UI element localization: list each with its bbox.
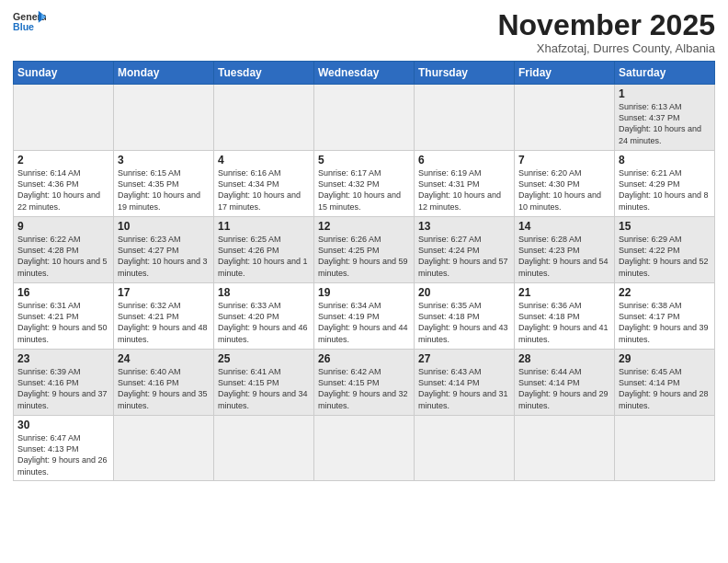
table-row: 3Sunrise: 6:15 AM Sunset: 4:35 PM Daylig… [114,151,214,217]
day-number: 13 [418,220,510,233]
day-number: 6 [418,154,510,167]
table-row: 7Sunrise: 6:20 AM Sunset: 4:30 PM Daylig… [515,151,615,217]
day-info: Sunrise: 6:16 AM Sunset: 4:34 PM Dayligh… [218,167,310,213]
day-number: 29 [619,352,711,365]
day-info: Sunrise: 6:44 AM Sunset: 4:14 PM Dayligh… [518,366,610,411]
table-row: 14Sunrise: 6:28 AM Sunset: 4:23 PM Dayli… [515,217,615,283]
day-number: 5 [318,154,410,167]
table-row: 26Sunrise: 6:42 AM Sunset: 4:15 PM Dayli… [314,350,415,416]
title-block: November 2025 Xhafzotaj, Durres County, … [497,9,715,55]
calendar-row-0: 1Sunrise: 6:13 AM Sunset: 4:37 PM Daylig… [14,85,715,151]
col-wednesday: Wednesday [314,62,415,85]
day-number: 9 [17,220,109,233]
day-info: Sunrise: 6:43 AM Sunset: 4:14 PM Dayligh… [418,366,510,411]
table-row: 23Sunrise: 6:39 AM Sunset: 4:16 PM Dayli… [14,350,114,416]
header-row: Sunday Monday Tuesday Wednesday Thursday… [14,62,715,85]
day-info: Sunrise: 6:17 AM Sunset: 4:32 PM Dayligh… [318,167,410,213]
table-row: 28Sunrise: 6:44 AM Sunset: 4:14 PM Dayli… [515,350,615,416]
day-number: 10 [118,220,210,233]
day-number: 15 [619,220,711,233]
table-row: 5Sunrise: 6:17 AM Sunset: 4:32 PM Daylig… [314,151,415,217]
table-row: 2Sunrise: 6:14 AM Sunset: 4:36 PM Daylig… [14,151,114,217]
table-row [114,85,214,151]
day-number: 17 [118,286,210,299]
day-info: Sunrise: 6:41 AM Sunset: 4:15 PM Dayligh… [218,366,310,411]
day-number: 11 [218,220,310,233]
day-number: 26 [318,352,410,365]
table-row [515,85,615,151]
table-row [114,416,214,481]
day-number: 18 [218,286,310,299]
day-info: Sunrise: 6:32 AM Sunset: 4:21 PM Dayligh… [118,300,210,345]
day-info: Sunrise: 6:35 AM Sunset: 4:18 PM Dayligh… [418,300,510,345]
month-title: November 2025 [497,9,715,41]
table-row: 24Sunrise: 6:40 AM Sunset: 4:16 PM Dayli… [114,350,214,416]
table-row [314,85,415,151]
calendar-row-5: 30Sunrise: 6:47 AM Sunset: 4:13 PM Dayli… [14,416,715,481]
day-number: 8 [619,154,711,167]
table-row: 16Sunrise: 6:31 AM Sunset: 4:21 PM Dayli… [14,283,114,350]
day-number: 28 [518,352,610,365]
day-info: Sunrise: 6:34 AM Sunset: 4:19 PM Dayligh… [318,300,410,345]
day-info: Sunrise: 6:20 AM Sunset: 4:30 PM Dayligh… [518,167,610,213]
table-row [314,416,415,481]
table-row [214,85,314,151]
col-sunday: Sunday [14,62,114,85]
calendar-row-2: 9Sunrise: 6:22 AM Sunset: 4:28 PM Daylig… [14,217,715,283]
col-monday: Monday [114,62,214,85]
table-row: 11Sunrise: 6:25 AM Sunset: 4:26 PM Dayli… [214,217,314,283]
header: General Blue November 2025 Xhafzotaj, Du… [13,9,715,55]
day-info: Sunrise: 6:45 AM Sunset: 4:14 PM Dayligh… [619,366,711,411]
day-number: 7 [518,154,610,167]
table-row: 9Sunrise: 6:22 AM Sunset: 4:28 PM Daylig… [14,217,114,283]
generalblue-logo-icon: General Blue [13,9,46,35]
page: General Blue November 2025 Xhafzotaj, Du… [0,0,728,563]
table-row: 13Sunrise: 6:27 AM Sunset: 4:24 PM Dayli… [415,217,515,283]
day-info: Sunrise: 6:38 AM Sunset: 4:17 PM Dayligh… [619,300,711,345]
day-number: 19 [318,286,410,299]
day-number: 21 [518,286,610,299]
day-info: Sunrise: 6:42 AM Sunset: 4:15 PM Dayligh… [318,366,410,411]
day-info: Sunrise: 6:14 AM Sunset: 4:36 PM Dayligh… [17,167,109,213]
day-number: 16 [17,286,109,299]
calendar-row-4: 23Sunrise: 6:39 AM Sunset: 4:16 PM Dayli… [14,350,715,416]
day-number: 25 [218,352,310,365]
day-number: 12 [318,220,410,233]
day-info: Sunrise: 6:21 AM Sunset: 4:29 PM Dayligh… [619,167,711,213]
day-number: 14 [518,220,610,233]
day-info: Sunrise: 6:33 AM Sunset: 4:20 PM Dayligh… [218,300,310,345]
day-number: 1 [619,87,711,100]
table-row [615,416,715,481]
table-row: 30Sunrise: 6:47 AM Sunset: 4:13 PM Dayli… [14,416,114,481]
day-info: Sunrise: 6:22 AM Sunset: 4:28 PM Dayligh… [17,234,109,279]
day-info: Sunrise: 6:28 AM Sunset: 4:23 PM Dayligh… [518,234,610,279]
col-tuesday: Tuesday [214,62,314,85]
day-number: 23 [17,352,109,365]
table-row: 19Sunrise: 6:34 AM Sunset: 4:19 PM Dayli… [314,283,415,350]
table-row: 22Sunrise: 6:38 AM Sunset: 4:17 PM Dayli… [615,283,715,350]
table-row: 6Sunrise: 6:19 AM Sunset: 4:31 PM Daylig… [415,151,515,217]
table-row: 17Sunrise: 6:32 AM Sunset: 4:21 PM Dayli… [114,283,214,350]
col-saturday: Saturday [615,62,715,85]
calendar-row-3: 16Sunrise: 6:31 AM Sunset: 4:21 PM Dayli… [14,283,715,350]
day-info: Sunrise: 6:27 AM Sunset: 4:24 PM Dayligh… [418,234,510,279]
table-row: 1Sunrise: 6:13 AM Sunset: 4:37 PM Daylig… [615,85,715,151]
table-row [14,85,114,151]
day-info: Sunrise: 6:40 AM Sunset: 4:16 PM Dayligh… [118,366,210,411]
day-info: Sunrise: 6:39 AM Sunset: 4:16 PM Dayligh… [17,366,109,411]
col-thursday: Thursday [415,62,515,85]
table-row: 15Sunrise: 6:29 AM Sunset: 4:22 PM Dayli… [615,217,715,283]
calendar-row-1: 2Sunrise: 6:14 AM Sunset: 4:36 PM Daylig… [14,151,715,217]
table-row: 27Sunrise: 6:43 AM Sunset: 4:14 PM Dayli… [415,350,515,416]
table-row [415,85,515,151]
table-row: 20Sunrise: 6:35 AM Sunset: 4:18 PM Dayli… [415,283,515,350]
day-number: 27 [418,352,510,365]
table-row: 12Sunrise: 6:26 AM Sunset: 4:25 PM Dayli… [314,217,415,283]
table-row [415,416,515,481]
day-info: Sunrise: 6:13 AM Sunset: 4:37 PM Dayligh… [619,101,711,146]
day-info: Sunrise: 6:19 AM Sunset: 4:31 PM Dayligh… [418,167,510,213]
table-row: 29Sunrise: 6:45 AM Sunset: 4:14 PM Dayli… [615,350,715,416]
day-number: 24 [118,352,210,365]
table-row [515,416,615,481]
location: Xhafzotaj, Durres County, Albania [497,41,715,55]
